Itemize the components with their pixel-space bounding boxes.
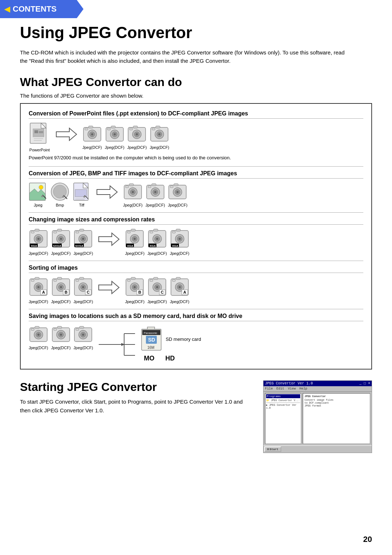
- resize-dest-svg-1: XGA: [125, 228, 144, 249]
- svg-point-87: [82, 238, 84, 240]
- bmp-dcf-2: Jpeg(DCF): [146, 182, 165, 207]
- resize-sxga-label: Jpeg(DCF): [51, 251, 71, 256]
- svg-rect-26: [130, 128, 132, 130]
- svg-text:C: C: [87, 290, 90, 294]
- win-panel-title: JPEG Convertor: [305, 395, 368, 398]
- contents-label: CONTENTS: [13, 4, 57, 14]
- svg-point-79: [60, 238, 62, 240]
- dcf-label-4: Jpeg(DCF): [150, 145, 169, 150]
- sort-dest-label-b: Jpeg(DCF): [125, 299, 144, 304]
- svg-marker-92: [99, 233, 119, 245]
- dcf-svg-4: [150, 125, 169, 143]
- menu-view: View: [288, 387, 296, 391]
- svg-rect-20: [107, 128, 110, 130]
- svg-rect-55: [126, 186, 128, 188]
- svg-point-128: [60, 286, 62, 288]
- dcf-icon-1: Jpeg(DCF): [82, 125, 102, 150]
- svg-rect-154: [154, 277, 158, 279]
- svg-point-59: [154, 191, 156, 193]
- svg-rect-130: [54, 279, 57, 281]
- svg-marker-8: [56, 128, 77, 140]
- resize-dest-svg-2: XGA: [148, 228, 167, 249]
- save-src-label-1: Jpeg(DCF): [29, 346, 48, 350]
- menu-help: Help: [299, 387, 307, 391]
- sort-arrow: [93, 281, 125, 300]
- feature-box: Conversion of PowerPoint files (.ppt ext…: [20, 103, 372, 370]
- sort-dest-a: A Jpeg(DCF): [170, 277, 189, 304]
- sort-source-b: B Jpeg(DCF): [51, 277, 71, 304]
- resize-xga-svg: XGA: [29, 228, 48, 249]
- svg-point-104: [156, 238, 158, 240]
- section2-text: To start JPEG Convertor, click Start, po…: [20, 397, 252, 415]
- save-hd-label: HD: [165, 355, 175, 362]
- save-src-2: Jpeg(DCF): [51, 325, 71, 350]
- divider-3: [29, 261, 363, 261]
- sort-diagram: A Jpeg(DCF): [29, 277, 363, 304]
- win-panel-desc: Convert image files: [305, 399, 368, 401]
- svg-text:A: A: [183, 290, 186, 294]
- dcf-svg-1: [83, 125, 102, 143]
- resize-arrow: [93, 232, 125, 252]
- windows-logo: ⊞: [267, 448, 269, 451]
- svg-rect-81: [54, 231, 57, 233]
- sort-source-c: C Jpeg(DCF): [74, 277, 93, 304]
- svg-text:XGA: XGA: [150, 244, 156, 248]
- sort-source-icons: A Jpeg(DCF): [29, 277, 93, 304]
- svg-text:XGA: XGA: [127, 244, 134, 248]
- page-number: 20: [363, 535, 372, 544]
- bmp-dest-icons: Jpeg(DCF) Jpeg(DCF): [123, 182, 187, 207]
- page-title: Using JPEG Convertor: [20, 24, 372, 42]
- save-src-label-3: Jpeg(DCF): [74, 346, 93, 350]
- svg-rect-32: [152, 128, 155, 130]
- svg-point-136: [82, 286, 84, 288]
- bmp-dcf-label-1: Jpeg(DCF): [123, 203, 143, 207]
- svg-text:B: B: [138, 290, 141, 294]
- resize-dest-label-3: Jpeg(DCF): [170, 251, 189, 256]
- page-content: Using JPEG Convertor The CD-ROM which is…: [0, 0, 392, 475]
- ppt-file-svg: [29, 122, 50, 146]
- save-mo-hd-row: MO HD: [141, 355, 201, 362]
- svg-rect-176: [57, 326, 62, 328]
- resize-header: Changing image sizes and compression rat…: [29, 216, 363, 225]
- svg-text:SVGA: SVGA: [75, 244, 83, 248]
- bmp-arrow: [91, 185, 123, 205]
- svg-rect-146: [131, 277, 135, 279]
- resize-svga-svg: SVGA: [74, 228, 93, 249]
- svg-rect-66: [174, 184, 178, 186]
- svg-point-24: [136, 133, 138, 135]
- svg-marker-191: [142, 327, 161, 329]
- win-title: JPEG Convertor Ver 1.0: [265, 381, 313, 385]
- section1-subtitle: The functions of JPEG Convertor are show…: [20, 93, 372, 99]
- save-section: Saving images to locations such as a SD …: [29, 313, 363, 362]
- svg-rect-114: [172, 231, 175, 233]
- resize-dest-xga-3: XGA Jpeg(DCF): [170, 228, 189, 256]
- resize-xga-label: Jpeg(DCF): [29, 251, 48, 256]
- tiff-svg: [72, 182, 91, 201]
- starting-section: Starting JPEG Convertor To start JPEG Co…: [20, 380, 372, 453]
- svg-rect-170: [35, 326, 39, 328]
- svg-rect-7: [39, 131, 43, 133]
- save-mo-label: MO: [144, 355, 154, 362]
- sort-source-a: A Jpeg(DCF): [29, 277, 48, 304]
- svg-rect-54: [129, 184, 134, 186]
- svg-rect-89: [76, 231, 79, 233]
- sort-source-label-a: Jpeg(DCF): [29, 299, 48, 304]
- svg-rect-13: [89, 126, 93, 128]
- sort-source-label-b: Jpeg(DCF): [51, 299, 71, 304]
- svg-rect-31: [156, 126, 160, 128]
- svg-rect-60: [152, 184, 156, 186]
- ppt-diagram: PowerPoint: [29, 122, 363, 152]
- svg-rect-61: [148, 186, 151, 188]
- win-right-panel: JPEG Convertor Convert image files to DC…: [304, 394, 369, 408]
- sort-dest-c: C Jpeg(DCF): [147, 277, 167, 304]
- win-start-btn[interactable]: ⊞ Start: [264, 446, 281, 452]
- svg-marker-49: [97, 186, 117, 198]
- resize-dest-label-1: Jpeg(DCF): [125, 251, 144, 256]
- sort-dest-label-a: Jpeg(DCF): [170, 299, 189, 304]
- section1-title: What JPEG Convertor can do: [20, 76, 372, 89]
- save-arrow-area: [99, 330, 135, 359]
- resize-diagram: XGA Jpeg(DCF): [29, 228, 363, 256]
- svg-rect-138: [76, 279, 79, 281]
- svg-point-35: [39, 185, 43, 189]
- ppt-source-icon: PowerPoint: [29, 122, 50, 152]
